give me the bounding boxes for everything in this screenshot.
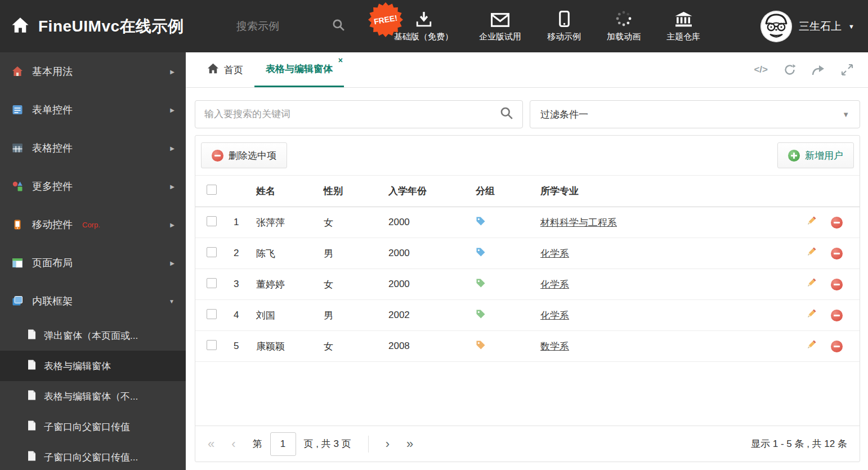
table-row[interactable]: 4 刘国 男 2002 化学系	[195, 300, 860, 331]
source-code-icon[interactable]: </>	[754, 64, 768, 75]
col-header-gender[interactable]: 性别	[319, 176, 384, 207]
table-row[interactable]: 5 康颖颖 女 2008 数学系	[195, 331, 860, 362]
filter-row: 过滤条件一 ▼	[195, 100, 860, 128]
row-checkbox[interactable]	[207, 278, 217, 288]
last-page-button[interactable]: »	[406, 438, 413, 450]
col-header-name[interactable]: 姓名	[252, 176, 319, 207]
header-nav: FREE! 基础版（免费） 企业版试用 移动示例 加载	[394, 10, 700, 42]
keyword-search-input[interactable]	[204, 109, 500, 120]
col-header-major[interactable]: 所学专业	[536, 176, 797, 207]
first-page-button[interactable]: «	[208, 438, 214, 450]
sidebar-subitem-grid-edit-window-alt[interactable]: 表格与编辑窗体（不...	[0, 381, 186, 411]
sidebar-item-mobile-controls[interactable]: 移动控件Corp. ▶	[0, 205, 186, 244]
tag-icon	[476, 278, 486, 291]
delete-icon[interactable]	[831, 279, 843, 290]
nav-label: 企业版试用	[479, 32, 521, 42]
nav-loading-animation[interactable]: 加载动画	[607, 10, 641, 42]
search-icon[interactable]	[500, 106, 513, 122]
chevron-right-icon: ▶	[170, 69, 175, 75]
tab-home[interactable]: 首页	[196, 52, 254, 87]
table-icon	[11, 142, 24, 154]
major-link[interactable]: 化学系	[540, 248, 569, 259]
nav-mobile-demo[interactable]: 移动示例	[547, 10, 581, 42]
sidebar-item-iframe[interactable]: 内联框架 ▼	[0, 282, 186, 320]
sidebar-subitem-grid-edit-window[interactable]: 表格与编辑窗体	[0, 351, 186, 381]
sidebar-item-basic-usage[interactable]: 基本用法 ▶	[0, 52, 186, 91]
pagination-bar: « ‹ 第 页 , 共 3 页 › » 显示 1 - 5 条 , 共 12 条	[195, 426, 860, 462]
nav-label: 基础版（免费）	[394, 32, 453, 42]
page-label-prefix: 第	[253, 437, 262, 450]
delete-icon[interactable]	[831, 217, 843, 229]
delete-selected-button[interactable]: 删除选中项	[201, 142, 287, 168]
row-index: 3	[223, 269, 252, 300]
sidebar-subitem-child-to-parent[interactable]: 子窗口向父窗口传值	[0, 411, 186, 442]
edit-icon[interactable]	[806, 247, 817, 261]
sidebar-subitem-label: 子窗口向父窗口传值...	[44, 451, 138, 464]
tab-bar: 首页 表格与编辑窗体 × </>	[186, 52, 868, 88]
edit-icon[interactable]	[806, 308, 817, 323]
chevron-down-icon: ▼	[169, 298, 175, 305]
sidebar-item-form-controls[interactable]: 表单控件 ▶	[0, 91, 186, 129]
col-header-group[interactable]: 分组	[471, 176, 536, 207]
select-all-checkbox[interactable]	[207, 185, 217, 195]
close-icon[interactable]: ×	[338, 56, 343, 64]
fullscreen-icon[interactable]	[841, 64, 853, 76]
header-search-input[interactable]	[236, 20, 326, 33]
next-page-button[interactable]: ›	[386, 438, 390, 450]
open-in-new-icon[interactable]	[812, 64, 825, 75]
sidebar-item-label: 更多控件	[32, 180, 73, 193]
sidebar-item-more-controls[interactable]: 更多控件 ▶	[0, 167, 186, 205]
major-link[interactable]: 材料科学与工程系	[540, 217, 617, 228]
cell-gender: 男	[319, 238, 384, 269]
nav-label: 加载动画	[607, 32, 641, 42]
caret-down-icon: ▼	[848, 23, 854, 30]
tag-icon	[476, 340, 486, 353]
refresh-icon[interactable]	[784, 64, 796, 76]
cell-name: 刘国	[252, 300, 319, 331]
sidebar-subitem-label: 弹出窗体（本页面或...	[44, 329, 138, 342]
table-row[interactable]: 1 张萍萍 女 2000 材料科学与工程系	[195, 207, 860, 238]
sidebar-item-label: 表单控件	[32, 103, 73, 117]
add-user-button[interactable]: 新增用户	[777, 142, 854, 168]
header-search	[236, 19, 355, 34]
delete-icon[interactable]	[831, 310, 843, 321]
col-header-year[interactable]: 入学年份	[384, 176, 471, 207]
bank-icon	[674, 10, 693, 27]
delete-icon[interactable]	[831, 248, 843, 259]
cell-name: 董婷婷	[252, 269, 319, 300]
row-checkbox[interactable]	[207, 247, 217, 257]
sidebar-item-grid-controls[interactable]: 表格控件 ▶	[0, 129, 186, 167]
prev-page-button[interactable]: ‹	[231, 438, 235, 450]
delete-icon[interactable]	[831, 341, 843, 352]
row-index: 5	[223, 331, 252, 362]
sidebar-item-page-layout[interactable]: 页面布局 ▶	[0, 244, 186, 282]
major-link[interactable]: 化学系	[540, 279, 569, 290]
page-number-input[interactable]	[270, 432, 296, 456]
row-checkbox[interactable]	[207, 340, 217, 350]
nav-basic-free[interactable]: FREE! 基础版（免费）	[394, 10, 453, 42]
sidebar-subitem-child-to-parent-alt[interactable]: 子窗口向父窗口传值...	[0, 442, 186, 470]
major-link[interactable]: 化学系	[540, 310, 569, 321]
sidebar-subitem-popup-window[interactable]: 弹出窗体（本页面或...	[0, 320, 186, 351]
search-icon[interactable]	[332, 19, 345, 34]
nav-theme-store[interactable]: 主题仓库	[666, 10, 700, 42]
cell-name: 张萍萍	[252, 207, 319, 238]
table-row[interactable]: 2 陈飞 男 2000 化学系	[195, 238, 860, 269]
edit-icon[interactable]	[806, 216, 817, 230]
filter-dropdown[interactable]: 过滤条件一 ▼	[530, 100, 860, 128]
user-menu[interactable]: 三生石上 ▼	[760, 11, 868, 42]
edit-icon[interactable]	[806, 277, 817, 292]
row-checkbox[interactable]	[207, 309, 217, 319]
edit-icon[interactable]	[806, 339, 817, 353]
home-icon	[11, 17, 29, 35]
major-link[interactable]: 数学系	[540, 341, 569, 352]
sidebar-item-label: 内联框架	[32, 294, 73, 308]
page-label-suffix: 页 , 共 3 页	[304, 437, 351, 450]
app-title: FineUIMvc在线示例	[38, 16, 184, 37]
row-checkbox[interactable]	[207, 216, 217, 226]
table-row[interactable]: 3 董婷婷 女 2000 化学系	[195, 269, 860, 300]
brand[interactable]: FineUIMvc在线示例	[0, 16, 236, 37]
nav-enterprise-trial[interactable]: 企业版试用	[479, 10, 521, 42]
tab-grid-edit-window[interactable]: 表格与编辑窗体 ×	[254, 52, 344, 87]
sidebar-item-label: 基本用法	[32, 65, 73, 78]
